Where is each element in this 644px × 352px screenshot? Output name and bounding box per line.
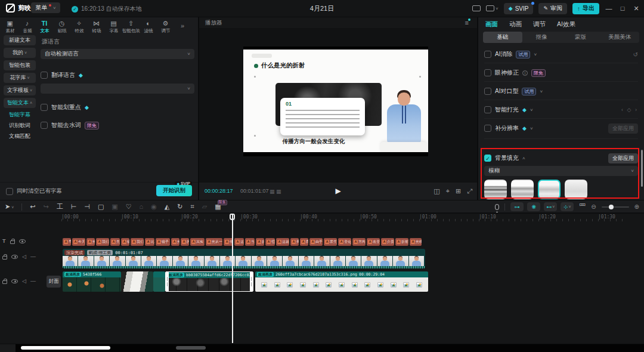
caption-clip[interactable]: A光 [171, 238, 179, 246]
mute-icon[interactable]: ◁ [22, 278, 26, 284]
cover-button[interactable]: 封面 [47, 276, 61, 288]
caption-clip[interactable]: A光从一 [206, 238, 222, 246]
caption-clip[interactable]: A折 [256, 238, 264, 246]
minimize-button[interactable]: — [605, 5, 613, 12]
media-tab-调节[interactable]: ⚙调节 [157, 18, 174, 35]
slider-handle[interactable] [609, 205, 614, 209]
play-button[interactable]: ▶ [335, 187, 340, 195]
sidebar-subitem-文稿匹配[interactable]: 文稿匹配 [4, 132, 36, 141]
mask-outline-icon[interactable]: ♡ [126, 200, 132, 213]
background-fill-checkbox[interactable]: ✓ [484, 155, 491, 162]
timeline-zoom-slider[interactable] [602, 206, 629, 208]
collapse-icon[interactable]: — [30, 254, 36, 260]
secondary-hscrollbar[interactable] [176, 346, 206, 350]
media-tab-智能包装[interactable]: ⇧智能包装 [122, 18, 140, 35]
background-fill-mode-select[interactable]: 模糊 ˅ [484, 166, 638, 176]
caption-clip[interactable]: A今天 [72, 238, 85, 246]
record-voice-icon[interactable] [495, 204, 499, 210]
apply-all-button[interactable]: 全部应用 [608, 153, 638, 163]
reverse-icon[interactable]: ◉ [151, 200, 157, 213]
smart-crop-icon[interactable]: ▦限免 [215, 200, 221, 213]
sidebar-item-文字模板[interactable]: 文字模板˅ [4, 85, 36, 95]
tab-adjust[interactable]: 调节 [533, 20, 546, 29]
player-menu-button[interactable]: ≡ [465, 19, 469, 26]
caption-clip[interactable]: A介质 [381, 238, 394, 246]
remove-filler-checkbox[interactable] [41, 122, 48, 129]
blur-option-1[interactable] [484, 180, 507, 199]
start-recognition-button[interactable]: 开始识别 [156, 185, 192, 196]
layout-icon[interactable] [472, 5, 481, 11]
tab-picture[interactable]: 画面 [485, 20, 498, 29]
sidebar-item-新建文本[interactable]: 新建文本 [4, 35, 36, 45]
caption-clip[interactable]: A我们 [96, 238, 109, 246]
media-tab-转场[interactable]: ⋈转场 [88, 18, 105, 35]
caption-clip[interactable]: A折射 [395, 238, 408, 246]
caption-clip[interactable]: A光线 [410, 238, 422, 246]
rotate-icon[interactable]: ↻ [177, 200, 182, 213]
sidebar-item-智能文本[interactable]: 智能文本˄ [4, 98, 36, 108]
media-tab-贴纸[interactable]: ◷贴纸 [53, 18, 70, 35]
caption-clip[interactable]: A美 [290, 238, 299, 246]
playhead-handle[interactable] [230, 214, 235, 220]
caption-clip[interactable]: A我们 [131, 238, 144, 246]
source-language-select[interactable]: 自动检测语言 ˅ [41, 49, 194, 59]
sidebar-item-我的[interactable]: 我的˅ [4, 48, 36, 58]
mute-icon[interactable]: ◁ [22, 254, 26, 260]
layout-switch-button[interactable]: ˅ [486, 5, 499, 11]
subtab-basic[interactable]: 基础 [483, 32, 522, 43]
freeze-frame-icon[interactable]: ▣ [112, 200, 117, 213]
overlay-icon[interactable]: ▱ [202, 200, 207, 213]
caption-clip[interactable]: A改变 [367, 238, 380, 246]
blur-option-4[interactable] [565, 180, 587, 199]
blur-option-3-selected[interactable] [538, 180, 561, 199]
digital-human-clip[interactable]: 渲染完成 鹤成·理工男 00:01:01:07 [63, 249, 425, 268]
video-clip-1b[interactable] [153, 271, 165, 292]
snap-toggle[interactable]: ⊶ [510, 202, 524, 211]
caption-clip[interactable]: A这 [234, 238, 244, 246]
sidebar-subitem-识别歌词[interactable]: 识别歌词 [4, 121, 36, 130]
caption-clip[interactable]: A镜 [121, 238, 129, 246]
split-left-icon[interactable]: ⊢ [71, 200, 77, 213]
translate-language-select[interactable]: ˅ [41, 84, 194, 94]
lock-icon[interactable] [10, 240, 15, 244]
collapse-icon[interactable]: — [30, 278, 36, 284]
tab-ai-effects[interactable]: AI效果 [557, 20, 575, 29]
media-tab-音频[interactable]: ♪音频 [18, 18, 36, 35]
translate-checkbox[interactable] [41, 72, 48, 79]
redo-icon[interactable]: ↪ [43, 200, 48, 213]
ai-eraser-checkbox[interactable] [484, 51, 491, 58]
subtab-mask[interactable]: 蒙版 [561, 32, 600, 43]
snapshot-icon[interactable]: ⌖ [446, 187, 450, 195]
close-button[interactable]: ✕ [632, 5, 640, 13]
linkage-toggle[interactable]: ❋ [527, 202, 540, 211]
video-clip-1[interactable]: 超清画质 5438f566 [63, 271, 121, 292]
timeline[interactable]: |00:00|00:10|00:20|00:30|00:40|00:50|01:… [0, 214, 644, 344]
caption-clip[interactable]: A的 [181, 238, 189, 246]
caption-clip[interactable]: A由于 [309, 238, 323, 246]
caption-clip[interactable]: A而 [300, 238, 308, 246]
mask-icon[interactable]: ⌂ [140, 200, 144, 213]
media-tab-素材[interactable]: ▣素材 [1, 18, 18, 35]
timeline-view-icon[interactable]: ⺫ [579, 200, 586, 213]
eye-icon[interactable] [19, 239, 26, 243]
transition-clip[interactable] [121, 271, 153, 292]
lock-icon[interactable] [2, 256, 7, 260]
mirror-icon[interactable]: ◭ [165, 200, 169, 213]
media-tab-特效[interactable]: ✧特效 [70, 18, 88, 35]
maximize-button[interactable]: □ [618, 5, 627, 12]
zoom-in-icon[interactable]: ⊕ [634, 203, 639, 210]
timeline-ruler[interactable]: |00:00|00:10|00:20|00:30|00:40|00:50|01:… [0, 214, 644, 222]
export-button[interactable]: ↑ 导出 [572, 3, 599, 14]
caption-clip[interactable]: A其实 [190, 238, 205, 246]
caption-clip[interactable]: A比 [145, 238, 154, 246]
delete-icon[interactable]: ▢ [98, 200, 104, 213]
select-tool-icon[interactable]: ➤ ˅ [5, 200, 14, 214]
mirror-view-icon[interactable]: ◫ [434, 187, 439, 195]
preview-axis-toggle[interactable]: ⊷˅ [544, 202, 557, 211]
frame-grid-icon[interactable]: ▦ ▦ [270, 189, 281, 194]
crop-icon[interactable]: ⌗ [191, 200, 194, 213]
caption-clip[interactable]: A这就 [276, 238, 289, 246]
track-magnet-toggle[interactable]: ⊹˅ [561, 202, 574, 211]
timeline-hscrollbar[interactable] [21, 346, 110, 350]
media-tab-字幕[interactable]: ▤字幕 [105, 18, 122, 35]
